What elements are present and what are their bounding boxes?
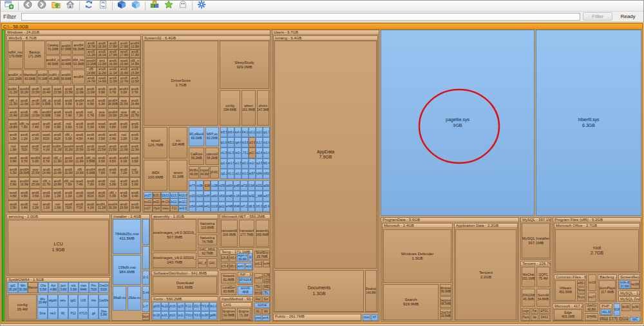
treemap-folder-cell[interactable]: appr2.7M (249, 148, 256, 158)
treemap-file-cell[interactable]: eU1136K (211, 202, 218, 212)
treemap-folder-cell[interactable]: WeChat151.1MB (522, 267, 535, 287)
treemap-folder-cell[interactable]: WinBio49.0M (189, 166, 199, 178)
treemap-folder-cell[interactable]: winevt91.1MB (169, 160, 187, 191)
treemap-file-cell[interactable]: 139da.msi (128, 286, 141, 311)
treemap-folder-cell[interactable]: amd67.4M (108, 166, 118, 177)
treemap-file-cell[interactable]: ens2.5M (256, 158, 263, 169)
treemap-file-cell[interactable]: Win3.8M (242, 137, 249, 148)
treemap-file-cell[interactable]: setu4.4M (234, 127, 242, 137)
treemap-folder-cell[interactable]: amd6476.1MB (37, 70, 48, 84)
treemap-file-cell[interactable]: dynres (254, 315, 261, 321)
parent-folder-button[interactable] (49, 1, 63, 11)
treemap-file-cell[interactable]: DOr5.3M (255, 202, 262, 212)
treemap-folder-cell[interactable]: x86_n20.7M (129, 108, 140, 120)
treemap-folder-cell[interactable]: F12 (170, 206, 179, 212)
treemap-section[interactable]: MySQL - 124... (618, 291, 640, 296)
treemap-folder-cell[interactable]: amd649.0M (118, 85, 129, 97)
treemap-folder-cell[interactable]: amd623.5M (108, 143, 118, 155)
treemap-folder-cell[interactable]: amd61.0M (30, 131, 41, 143)
treemap-folder-cell[interactable]: amd63.4M (19, 200, 30, 212)
treemap-folder-cell[interactable]: amd629.4M (85, 143, 96, 155)
treemap-file-cell[interactable]: nssh480K (225, 191, 232, 201)
file-classes-button[interactable] (147, 1, 162, 11)
treemap-folder-cell[interactable]: Backup171.2MB (24, 41, 45, 69)
treemap-section-header[interactable]: Baofeng - 317.4MB (598, 275, 616, 280)
treemap-file-cell[interactable]: EhS208K (196, 191, 203, 201)
treemap-folder-cell[interactable]: x86_m14.9M (129, 58, 140, 67)
treemap-file-cell[interactable]: setu (58, 294, 68, 307)
treemap-file-cell[interactable]: node.dll37.6M (620, 280, 630, 289)
treemap-folder-cell[interactable]: amd69.7M (19, 154, 30, 166)
treemap-file-cell[interactable]: shel7.2M (240, 202, 247, 212)
treemap-folder-cell[interactable]: wow64.8M (8, 189, 19, 200)
treemap-file-cell[interactable]: icu2.1M (249, 127, 256, 137)
treemap-folder-cell[interactable]: amd610.5M (129, 75, 140, 84)
treemap-folder-cell[interactable]: amd64.8M (19, 189, 30, 200)
treemap-folder-cell[interactable]: UserGu42.8M (585, 303, 598, 312)
treemap-file-cell[interactable]: Fre412K (204, 202, 211, 212)
treemap-folder-cell[interactable]: amd64_m45.2MB (48, 70, 60, 84)
treemap-folder-cell[interactable]: wow25.5M (118, 97, 129, 108)
treemap-file-cell[interactable]: Max976K (249, 169, 256, 179)
treemap-folder-cell[interactable]: inets (161, 206, 170, 212)
treemap-file-cell[interactable]: mst2.6M (256, 148, 263, 158)
treemap-folder-cell[interactable]: Wir (262, 309, 270, 314)
treemap-file-cell[interactable]: igd135.1M (8, 282, 18, 293)
treemap-file-cell[interactable] (142, 219, 149, 245)
treemap-folder-cell[interactable]: amd66.9M (96, 177, 107, 189)
treemap-file-cell[interactable]: urlm1.8M (263, 137, 270, 148)
treemap-folder-cell[interactable]: amd617.9M (108, 50, 118, 59)
treemap-folder-cell[interactable]: amd69.7M (108, 85, 118, 97)
treemap-file-cell[interactable]: Max12.3M (178, 198, 187, 205)
treemap-file-cell[interactable]: 784db25c.msi411.5MB (113, 219, 141, 254)
treemap-file-cell[interactable]: v7.461.5MB (601, 309, 611, 315)
treemap-folder-cell[interactable]: Hydr (153, 206, 162, 212)
treemap-file-cell[interactable]: loka728K (240, 180, 247, 191)
treemap-section-header[interactable]: servicing - 2.0GB (7, 215, 109, 219)
treemap-file-cell[interactable]: 286a9.msi (113, 286, 126, 311)
treemap-file-cell[interactable]: Intel9.5M (178, 206, 187, 212)
treemap-folder-cell[interactable]: NativeImages_v4.0.30319_64507.3MB (153, 219, 196, 251)
treemap-folder-cell[interactable]: catroot258.2MB (205, 148, 219, 165)
treemap-folder-cell[interactable]: x86_du9.5MB (41, 97, 52, 108)
treemap-folder-cell[interactable]: migwiz44.9M (200, 166, 209, 178)
treemap-folder-cell[interactable]: amd66.3M (8, 166, 19, 177)
treemap-file-cell[interactable]: DAI10.9M (178, 192, 187, 198)
treemap-folder-cell[interactable]: amd621.9M (30, 97, 41, 108)
treemap-file-cell[interactable]: vga8KB (209, 311, 218, 320)
treemap-folder-cell[interactable]: amd61.2M (8, 131, 19, 143)
treemap-file-cell[interactable]: igfx1.5M (227, 148, 234, 158)
treemap-folder-cell[interactable]: CatRoot59.2MB (189, 148, 204, 165)
treemap-folder-cell[interactable]: amd6812K (52, 131, 63, 143)
treemap-folder-cell[interactable]: wow67.4M (74, 177, 85, 189)
treemap-folder-cell[interactable]: amd629.4M (41, 85, 52, 97)
treemap-folder-cell[interactable]: Pat (531, 308, 538, 314)
treemap-folder-cell[interactable]: Thund (577, 294, 585, 301)
treemap-file-cell[interactable]: igdn5.4M (227, 127, 234, 137)
treemap-folder-cell[interactable]: wow6832K (41, 131, 52, 143)
treemap-file-cell[interactable]: P12 (68, 307, 79, 320)
treemap-file-cell[interactable]: mm9.1M (249, 253, 252, 262)
treemap-folder-cell[interactable]: wow25.5M (30, 166, 41, 177)
treemap-file-cell[interactable]: STZ11.5M (193, 302, 202, 311)
treemap-section-header[interactable]: ProgramData - 5.6GB (381, 218, 518, 222)
treemap-file-cell[interactable]: Micr232K (189, 191, 196, 201)
treemap-section-header[interactable]: WinSxS - 8.7GB (7, 36, 140, 41)
treemap-file-cell[interactable]: igdum27.9M (144, 192, 153, 198)
treemap-file-cell[interactable]: ntus (363, 314, 370, 321)
treemap-folder-cell[interactable]: amd618.1M (97, 50, 108, 59)
treemap-folder-cell[interactable]: msil_5.7M (85, 108, 96, 120)
treemap-file-cell[interactable]: Win816K (263, 169, 270, 179)
treemap-file-cell[interactable]: 7A64KB (233, 202, 240, 212)
treemap-file-cell[interactable]: mingli35.0M (153, 302, 161, 311)
treemap-folder-cell[interactable]: amd6438.8MB (61, 70, 71, 84)
treemap-folder-cell[interactable]: StormM54.8MB (536, 289, 550, 307)
treemap-folder-cell[interactable]: amd63.5M (96, 131, 107, 143)
treemap-section-header[interactable]: Users - 9.7GB (272, 30, 379, 35)
treemap-folder-cell[interactable]: AE125.8MB (221, 254, 229, 262)
treemap-file-cell[interactable]: NAI5.0M (227, 137, 234, 148)
treemap-folder-cell[interactable]: LogFi43.5M (210, 166, 219, 178)
treemap-folder-cell[interactable]: amd69.9M (8, 154, 19, 166)
treemap-file-cell[interactable]: MF4.1M (242, 127, 249, 137)
treemap-folder-cell[interactable]: Macron (28, 282, 38, 293)
